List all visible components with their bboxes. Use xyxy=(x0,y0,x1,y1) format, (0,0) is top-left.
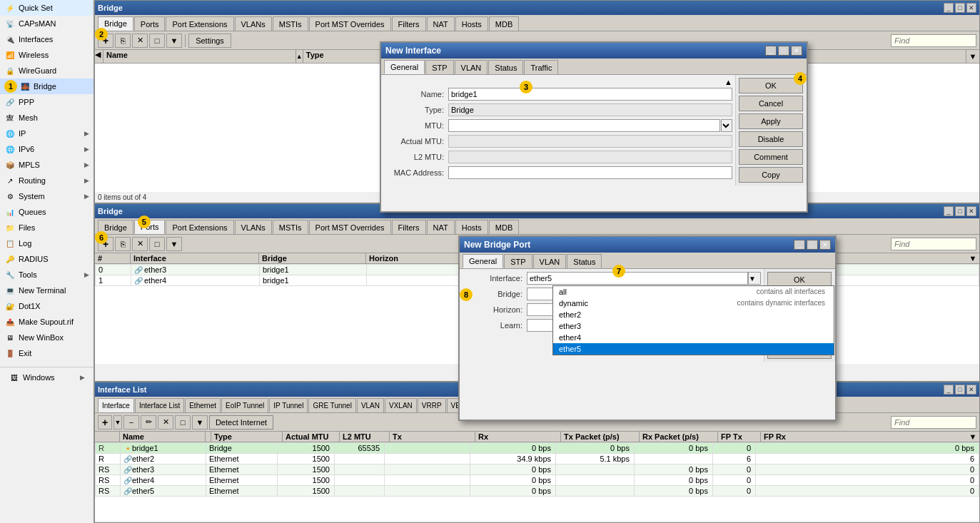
bridge-win2-minimize[interactable]: _ xyxy=(944,206,954,216)
new-bridge-port-titlebar[interactable]: New Bridge Port _ □ ✕ xyxy=(460,237,835,253)
nbp-maximize[interactable]: □ xyxy=(807,240,818,250)
bridge-win2-close[interactable]: ✕ xyxy=(966,206,976,216)
tab-bridge-hosts[interactable]: Hosts xyxy=(455,16,488,31)
sidebar-item-quickset[interactable]: ⚡ Quick Set xyxy=(0,0,94,16)
sidebar-item-system[interactable]: ⚙ System ▶ xyxy=(0,188,94,204)
mtu-dropdown[interactable]: ▼ xyxy=(721,119,732,132)
props-btn-bridge-win2[interactable]: □ xyxy=(149,237,165,251)
dropdown-item-ether4[interactable]: ether4 xyxy=(553,332,834,343)
sidebar-item-radius[interactable]: 🔑 RADIUS xyxy=(0,251,94,267)
tab-ni-vlan[interactable]: VLAN xyxy=(455,60,488,74)
tab-ni-status[interactable]: Status xyxy=(488,60,523,74)
sidebar-item-windows[interactable]: 🖼 Windows ▶ xyxy=(4,370,89,385)
sidebar-item-supout[interactable]: 📤 Make Supout.rif xyxy=(0,314,94,330)
new-interface-titlebar[interactable]: New Interface _ □ ✕ xyxy=(381,43,807,59)
sidebar-item-mpls[interactable]: 📦 MPLS ▶ xyxy=(0,157,94,173)
col-dropdown-btn2[interactable]: ▼ xyxy=(966,253,979,263)
sidebar-item-log[interactable]: 📋 Log xyxy=(0,235,94,251)
interface-input[interactable] xyxy=(527,272,748,285)
sidebar-item-routing[interactable]: ↗ Routing ▶ xyxy=(0,173,94,188)
dropdown-item-ether5[interactable]: ether5 xyxy=(553,343,834,355)
iface-list-minimize[interactable]: _ xyxy=(944,385,954,395)
table-row[interactable]: RS 🔗ether4 Ethernet 1500 0 bps 0 bps 0 0 xyxy=(96,475,979,486)
tab-il-vxlan[interactable]: VXLAN xyxy=(385,398,417,412)
table-row[interactable]: R 🔸bridge1 Bridge 1500 65535 0 bps 0 bps… xyxy=(96,443,979,454)
delete-btn-bridge-win2[interactable]: ✕ xyxy=(132,237,148,251)
disable-button-ni[interactable]: Disable xyxy=(739,131,803,147)
sidebar-item-ppp[interactable]: 🔗 PPP xyxy=(0,94,94,110)
add-button-il[interactable]: + xyxy=(98,415,112,430)
dropdown-item-ether2[interactable]: ether2 xyxy=(553,309,834,320)
detect-internet-btn[interactable]: Detect Internet xyxy=(209,415,273,430)
tab-bw2-vlans[interactable]: VLANs xyxy=(235,220,272,234)
tab-nbp-vlan[interactable]: VLAN xyxy=(533,254,567,268)
tab-bw2-port-mst-overrides[interactable]: Port MST Overrides xyxy=(309,220,391,234)
find-input-bridge-win1[interactable] xyxy=(891,34,976,47)
mtu-input[interactable] xyxy=(448,119,720,132)
tab-ni-stp[interactable]: STP xyxy=(425,60,453,74)
sidebar-item-new-winbox[interactable]: 🖥 New WinBox xyxy=(0,330,94,345)
nbp-minimize[interactable]: _ xyxy=(794,240,805,250)
new-interface-minimize[interactable]: _ xyxy=(765,46,777,56)
sidebar-item-queues[interactable]: 📊 Queues xyxy=(0,204,94,220)
comment-button-ni[interactable]: Comment xyxy=(739,149,803,165)
sidebar-item-ip[interactable]: 🌐 IP ▶ xyxy=(0,126,94,141)
copy-btn-bridge-win1[interactable]: ⎘ xyxy=(115,34,131,48)
filter-btn-il[interactable]: ▼ xyxy=(192,415,208,430)
tab-bw2-ports[interactable]: 5 Ports xyxy=(134,220,166,234)
apply-button-ni[interactable]: Apply xyxy=(739,113,803,129)
tab-bridge-filters[interactable]: Filters xyxy=(392,16,426,31)
dropdown-item-ether3[interactable]: ether3 xyxy=(553,320,834,332)
tab-bridge-port-extensions[interactable]: Port Extensions xyxy=(166,16,233,31)
tab-il-interface[interactable]: Interface xyxy=(98,398,134,412)
tab-bridge-mstis[interactable]: MSTIs xyxy=(273,16,308,31)
name-input[interactable] xyxy=(448,88,732,101)
tab-bw2-filters[interactable]: Filters xyxy=(392,220,426,234)
tab-bridge-port-mst-overrides[interactable]: Port MST Overrides xyxy=(309,16,391,31)
tab-il-ethernet[interactable]: Ethernet xyxy=(185,398,221,412)
scroll-left-btn[interactable]: ◀ xyxy=(95,50,103,63)
props-btn-bridge-win1[interactable]: □ xyxy=(149,34,165,48)
tab-il-interface-list[interactable]: Interface List xyxy=(135,398,184,412)
table-row[interactable]: R 🔗ether2 Ethernet 1500 34.9 kbps 5.1 kb… xyxy=(96,454,979,464)
sidebar-item-bridge[interactable]: 1 🌉 Bridge xyxy=(0,78,94,94)
col-dropdown-btn3[interactable]: ▼ xyxy=(966,432,979,442)
nbp-close[interactable]: ✕ xyxy=(819,240,831,250)
sidebar-item-wireguard[interactable]: 🔒 WireGuard xyxy=(0,63,94,78)
sidebar-item-tools[interactable]: 🔧 Tools ▶ xyxy=(0,267,94,283)
copy-btn-bridge-win2[interactable]: ⎘ xyxy=(115,237,131,251)
sidebar-item-mesh[interactable]: 🕸 Mesh xyxy=(0,110,94,126)
table-row[interactable]: RS 🔗ether3 Ethernet 1500 0 bps 0 bps 0 0 xyxy=(96,464,979,475)
tab-bridge-vlans[interactable]: VLANs xyxy=(235,16,272,31)
bridge-win2-maximize[interactable]: □ xyxy=(955,206,965,216)
dropdown-item-all[interactable]: all contains all interfaces xyxy=(553,286,834,298)
iface-list-close[interactable]: ✕ xyxy=(966,385,976,395)
copy-button-ni[interactable]: Copy xyxy=(739,167,803,183)
mac-input[interactable] xyxy=(448,166,732,179)
copy-btn-il[interactable]: ✕ xyxy=(158,415,173,430)
delete-btn-bridge-win1[interactable]: ✕ xyxy=(132,34,148,48)
add-dropdown-il[interactable]: ▼ xyxy=(113,415,122,430)
sidebar-item-capsman[interactable]: 📡 CAPsMAN xyxy=(0,16,94,31)
interface-dropdown-btn[interactable]: ▼ xyxy=(748,272,761,285)
tab-nbp-stp[interactable]: STP xyxy=(504,254,532,268)
sidebar-item-wireless[interactable]: 📶 Wireless xyxy=(0,47,94,63)
filter-btn-bridge-win1[interactable]: ▼ xyxy=(166,34,182,48)
props-btn-il[interactable]: □ xyxy=(175,415,191,430)
remove-btn-il[interactable]: − xyxy=(123,415,139,430)
iface-list-maximize[interactable]: □ xyxy=(955,385,965,395)
tab-bw2-nat[interactable]: NAT xyxy=(427,220,455,234)
sidebar-item-interfaces[interactable]: 🔌 Interfaces xyxy=(0,31,94,47)
tab-il-vlan[interactable]: VLAN xyxy=(357,398,384,412)
bridge-win1-close[interactable]: ✕ xyxy=(966,3,976,13)
tab-bridge-ports[interactable]: Ports xyxy=(134,16,166,31)
tab-bw2-mdb[interactable]: MDB xyxy=(489,220,519,234)
sidebar-item-exit[interactable]: 🚪 Exit xyxy=(0,345,94,361)
col-dropdown-btn[interactable]: ▼ xyxy=(966,50,979,63)
tab-nbp-general[interactable]: General xyxy=(463,254,503,268)
bridge-win1-maximize[interactable]: □ xyxy=(955,3,965,13)
tab-il-ip-tunnel[interactable]: IP Tunnel xyxy=(269,398,308,412)
sidebar-item-dot1x[interactable]: 🔐 Dot1X xyxy=(0,298,94,314)
tab-nbp-status[interactable]: Status xyxy=(567,254,602,268)
tab-il-eoip[interactable]: EoIP Tunnel xyxy=(221,398,268,412)
